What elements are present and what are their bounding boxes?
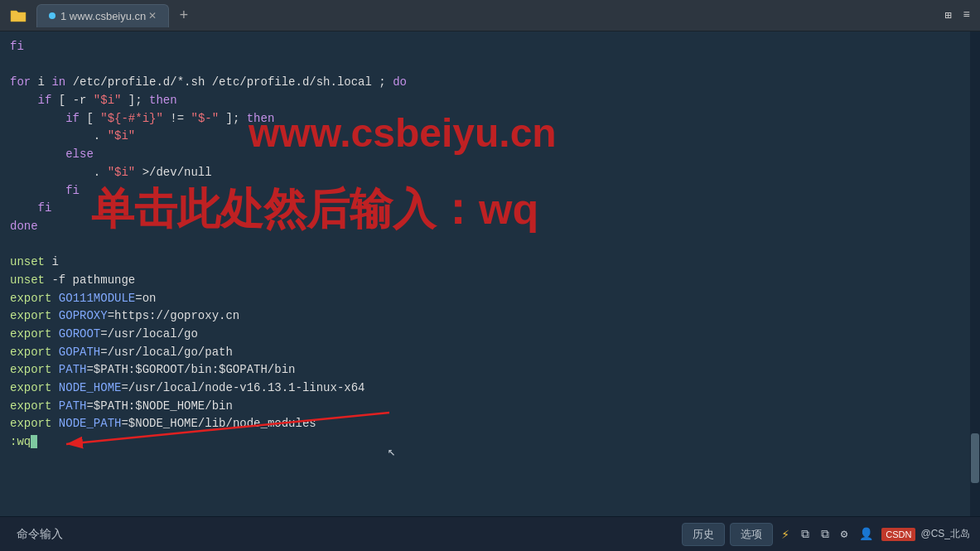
code-line-blank2 <box>10 236 970 254</box>
code-line-dot2: . "$i" >/dev/null <box>10 164 970 182</box>
user-icon[interactable]: 👤 <box>856 525 876 543</box>
code-line-export1: export GO111MODULE=on <box>10 290 970 308</box>
tab-dot <box>49 12 56 19</box>
code-line-export8: export NODE_PATH=$NODE_HOME/lib/node_mod… <box>10 415 970 433</box>
code-line-fi: fi <box>10 38 970 56</box>
site-label: @CS_北岛 <box>920 527 970 541</box>
code-line-dot1: . "$i" <box>10 128 970 146</box>
copy-icon-1[interactable]: ⧉ <box>798 526 813 543</box>
code-line-blank1 <box>10 56 970 75</box>
grid-icon[interactable]: ⊞ <box>941 5 954 26</box>
command-line: :wq <box>10 433 970 452</box>
active-tab[interactable]: 1 www.csbeiyu.cn ✕ <box>36 4 169 27</box>
csdn-logo: CSDN <box>881 528 915 541</box>
tab-area: 1 www.csbeiyu.cn ✕ + <box>36 4 941 27</box>
code-line-unset2: unset -f pathmunge <box>10 272 970 290</box>
options-button[interactable]: 选项 <box>730 523 773 546</box>
code-line-export4: export GOPATH=/usr/local/go/path <box>10 344 970 362</box>
code-line-export7: export PATH=$PATH:$NODE_HOME/bin <box>10 398 970 416</box>
tab-label: 1 www.csbeiyu.cn <box>60 10 146 22</box>
code-line-fi2: fi <box>10 182 970 201</box>
code-line-for: for i in /etc/profile.d/*.sh /etc/profil… <box>10 74 970 92</box>
cmd-input-label: 命令输入 <box>10 527 70 542</box>
history-button[interactable]: 历史 <box>682 523 725 546</box>
tab-close-icon[interactable]: ✕ <box>148 10 157 22</box>
code-line-export2: export GOPROXY=https://goproxy.cn <box>10 307 970 326</box>
browser-icons: ⊞ ≡ <box>941 5 973 26</box>
scrollbar-thumb[interactable] <box>971 433 979 483</box>
lightning-icon: ⚡ <box>778 524 793 544</box>
code-line-fi3: fi <box>10 200 970 218</box>
gear-icon[interactable]: ⚙ <box>838 525 851 543</box>
code-line-if1: if [ -r "$i" ]; then <box>10 92 970 110</box>
bottom-bar: 命令输入 历史 选项 ⚡ ⧉ ⧉ ⚙ 👤 CSDN @CS_北岛 <box>0 516 980 551</box>
terminal: fi for i in /etc/profile.d/*.sh /etc/pro… <box>0 31 980 516</box>
code-line-else: else <box>10 146 970 164</box>
bottom-icons: 历史 选项 ⚡ ⧉ ⧉ ⚙ 👤 CSDN @CS_北岛 <box>682 523 970 546</box>
code-line-unset1: unset i <box>10 254 970 272</box>
folder-icon[interactable] <box>7 4 30 27</box>
copy-icon-2[interactable]: ⧉ <box>818 526 833 543</box>
code-line-if2: if [ "${-#*i}" != "$-" ]; then <box>10 110 970 128</box>
code-line-export5: export PATH=$PATH:$GOROOT/bin:$GOPATH/bi… <box>10 361 970 379</box>
new-tab-button[interactable]: + <box>172 4 196 27</box>
code-content: fi for i in /etc/profile.d/*.sh /etc/pro… <box>10 38 970 452</box>
code-line-done: done <box>10 218 970 236</box>
code-line-export6: export NODE_HOME=/usr/local/node-v16.13.… <box>10 379 970 398</box>
scrollbar[interactable] <box>970 31 980 516</box>
menu-icon[interactable]: ≡ <box>960 5 973 26</box>
code-line-export3: export GOROOT=/usr/local/go <box>10 326 970 344</box>
browser-bar: 1 www.csbeiyu.cn ✕ + ⊞ ≡ <box>0 0 980 31</box>
